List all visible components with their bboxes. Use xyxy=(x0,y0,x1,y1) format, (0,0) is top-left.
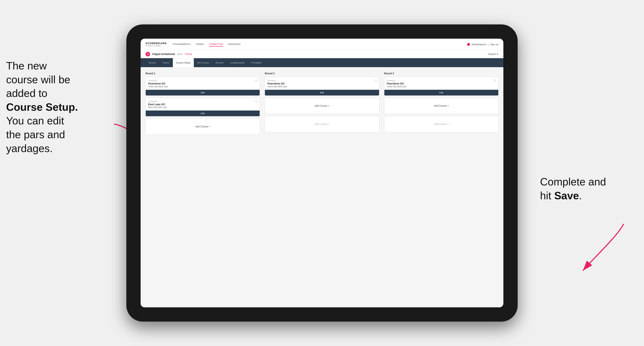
add-course-text-r3-2: Add Course + xyxy=(434,123,449,126)
annotation-right-line1: Complete and xyxy=(540,176,606,188)
close-icon: ✕ xyxy=(496,53,498,56)
rounds-grid: Round 1 ⊡ (Course A) Peachtree GC Yellow… xyxy=(146,72,498,137)
top-nav-right: blair@clippd.io | Sign out xyxy=(467,43,498,46)
course-name-r2-a: Peachtree GC xyxy=(268,82,376,85)
tournament-bar-left: C Clippd Invitational (Men) Hosting xyxy=(146,52,192,56)
annotation-line6: the pars and xyxy=(6,129,65,141)
add-course-text-r2-1: Add Course + xyxy=(314,104,330,107)
nav-link-teams[interactable]: TEAMS xyxy=(196,42,204,47)
tournament-gender: (Men) xyxy=(177,53,183,55)
cancel-label: Cancel xyxy=(488,53,496,56)
delete-icon-r3-a[interactable]: ⊡ xyxy=(494,79,497,82)
annotation-right-end: . xyxy=(579,190,582,201)
scoreboard-logo: SCOREBOARD Powered by clippd xyxy=(146,42,167,47)
main-content: Round 1 ⊡ (Course A) Peachtree GC Yellow… xyxy=(140,67,504,307)
tab-bar: Details Teams Course Setup Tee Groups Re… xyxy=(140,58,504,67)
top-nav: SCOREBOARD Powered by clippd TOURNAMENTS… xyxy=(140,39,504,50)
logo-title: SCOREBOARD xyxy=(146,42,167,45)
course-details-r1-b: Black (M) (6891 yds) xyxy=(148,106,257,109)
annotation-right-line2: hit Save. xyxy=(540,190,582,201)
tab-course-setup[interactable]: Course Setup xyxy=(173,58,194,67)
annotation-save-bold: Save xyxy=(554,190,579,201)
sign-out-link[interactable]: Sign out xyxy=(490,43,498,46)
add-course-r3-1[interactable]: Add Course + xyxy=(384,98,498,114)
course-details-r3-a: Yellow (M) (6629 yds) xyxy=(387,85,496,88)
tournament-bar: C Clippd Invitational (Men) Hosting Canc… xyxy=(140,50,504,58)
tab-leaderboards[interactable]: Leaderboards xyxy=(227,58,248,67)
add-course-r2-1[interactable]: Add Course + xyxy=(265,98,379,114)
user-email: blair@clippd.io xyxy=(472,43,486,46)
annotation-line3: added to xyxy=(6,87,47,99)
round-3-column: Round 3 ⊡ (Course A) Peachtree GC Yellow… xyxy=(384,72,498,137)
delete-icon-r1-a[interactable]: ⊡ xyxy=(255,79,258,82)
round-1-header: Round 1 xyxy=(146,72,260,75)
clippd-logo: C xyxy=(146,52,150,56)
course-card-r1-a: ⊡ (Course A) Peachtree GC Yellow (M) (66… xyxy=(146,77,260,96)
add-course-text-r3-1: Add Course + xyxy=(434,104,449,107)
tablet-frame: SCOREBOARD Powered by clippd TOURNAMENTS… xyxy=(126,24,518,322)
course-label-r3-a: (Course A) xyxy=(387,80,496,82)
add-course-r2-2: Add Course + xyxy=(265,116,379,132)
round-2-header: Round 2 xyxy=(265,72,379,75)
annotation-line5: You can edit xyxy=(6,115,64,127)
edit-btn-r2-a[interactable]: Edit xyxy=(265,90,379,95)
hosting-badge: Hosting xyxy=(185,53,192,55)
course-label-r1-a: (Course A) xyxy=(148,80,257,82)
annotation-left: The new course will be added to Course S… xyxy=(6,59,124,155)
add-course-r1-1[interactable]: Add Course + xyxy=(146,119,260,135)
tournament-name: Clippd Invitational xyxy=(152,52,175,56)
course-card-r1-b: ⊡ (Course B) East Lake GC Black (M) (689… xyxy=(146,98,260,116)
nav-link-rankings[interactable]: RANKINGS xyxy=(228,42,240,47)
add-course-text-r2-2: Add Course + xyxy=(314,123,330,126)
annotation-line7: yardages. xyxy=(6,143,52,154)
add-course-text-r1-1: Add Course + xyxy=(195,125,210,128)
delete-icon-r1-b[interactable]: ⊡ xyxy=(255,100,258,103)
course-details-r1-a: Yellow (M) (6629 yds) xyxy=(148,85,257,88)
edit-btn-r3-a[interactable]: Edit xyxy=(384,90,498,95)
nav-link-committee[interactable]: COMMITTEE xyxy=(209,42,223,47)
round-3-header: Round 3 xyxy=(384,72,498,75)
add-course-r3-2: Add Course + xyxy=(384,116,498,132)
course-name-r1-b: East Lake GC xyxy=(148,103,257,106)
annotation-line4: Course Setup. xyxy=(6,101,78,113)
logo-sub: Powered by clippd xyxy=(146,45,167,47)
course-details-r2-a: Yellow (M) (6629 yds) xyxy=(268,85,376,88)
edit-btn-r1-a[interactable]: Edit xyxy=(146,90,260,95)
cancel-button[interactable]: Cancel ✕ xyxy=(488,53,498,56)
course-label-r2-a: (Course A) xyxy=(268,80,376,82)
annotation-right: Complete and hit Save. xyxy=(540,175,634,202)
tab-results[interactable]: Results xyxy=(212,58,227,67)
course-card-r2-a: ⊡ (Course A) Peachtree GC Yellow (M) (66… xyxy=(265,77,379,96)
round-1-column: Round 1 ⊡ (Course A) Peachtree GC Yellow… xyxy=(146,72,260,137)
annotation-line2: course will be xyxy=(6,74,70,85)
top-nav-links: TOURNAMENTS TEAMS COMMITTEE RANKINGS xyxy=(172,42,467,47)
nav-separator: | xyxy=(488,43,489,46)
round-2-column: Round 2 ⊡ (Course A) Peachtree GC Yellow… xyxy=(265,72,379,137)
edit-btn-r1-b[interactable]: Edit xyxy=(146,111,260,116)
course-name-r3-a: Peachtree GC xyxy=(387,82,496,85)
course-label-r1-b: (Course B) xyxy=(148,100,257,102)
course-name-r1-a: Peachtree GC xyxy=(148,82,257,85)
course-card-r3-a: ⊡ (Course A) Peachtree GC Yellow (M) (66… xyxy=(384,77,498,96)
tab-tee-groups[interactable]: Tee Groups xyxy=(194,58,212,67)
tab-teams[interactable]: Teams xyxy=(159,58,173,67)
user-avatar-dot xyxy=(467,43,470,46)
nav-link-tournaments[interactable]: TOURNAMENTS xyxy=(172,42,191,47)
tab-details[interactable]: Details xyxy=(146,58,159,67)
tab-printables[interactable]: Printables xyxy=(248,58,265,67)
arrow-right xyxy=(571,220,632,277)
annotation-line1: The new xyxy=(6,60,47,72)
delete-icon-r2-a[interactable]: ⊡ xyxy=(374,79,378,82)
tablet-screen: SCOREBOARD Powered by clippd TOURNAMENTS… xyxy=(140,39,504,307)
